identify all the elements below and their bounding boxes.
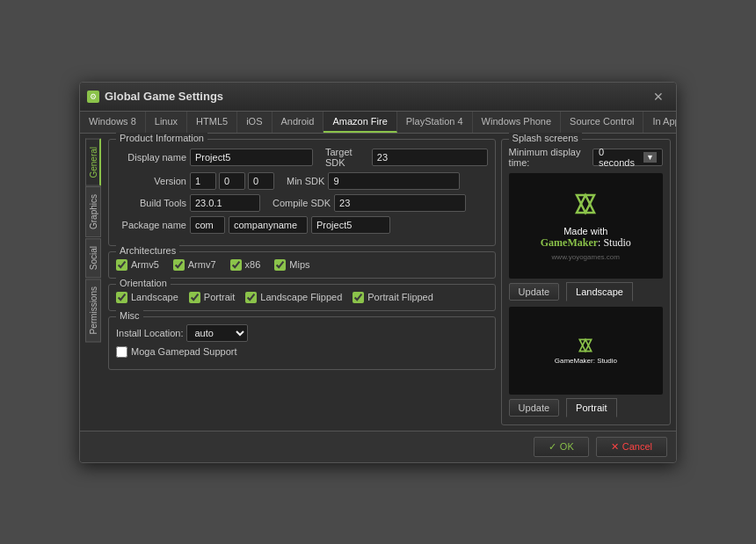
version-patch-input[interactable] <box>248 172 274 190</box>
tab-ios[interactable]: iOS <box>237 112 272 133</box>
package-part2-input[interactable] <box>229 216 308 234</box>
compile-sdk-input[interactable] <box>334 194 466 212</box>
arch-armv5[interactable]: Armv5 <box>116 259 159 271</box>
version-major-input[interactable] <box>190 172 216 190</box>
arch-armv7[interactable]: Armv7 <box>173 259 216 271</box>
install-location-row: Install Location: auto internal external <box>116 324 488 342</box>
cancel-label: Cancel <box>622 441 652 452</box>
orient-landscape-checkbox[interactable] <box>116 292 127 303</box>
landscape-update-button[interactable]: Update <box>509 283 559 301</box>
display-name-label: Display name <box>116 152 186 163</box>
version-row: Version Min SDK <box>116 172 488 190</box>
min-display-value: 0 seconds <box>599 147 640 168</box>
arch-armv5-checkbox[interactable] <box>116 259 127 271</box>
svg-marker-3 <box>580 339 592 351</box>
arch-x86-checkbox[interactable] <box>230 259 242 271</box>
tab-bar: Windows 8 Linux HTML5 iOS Android Amazon… <box>80 112 676 134</box>
arch-mips-checkbox[interactable] <box>274 259 286 271</box>
gm-logo: Made with GameMaker: Studio www.yoyogame… <box>541 191 631 261</box>
min-sdk-input[interactable] <box>328 172 460 190</box>
architectures-label: Architectures <box>116 245 179 256</box>
portrait-preview: GameMaker: Studio <box>509 307 663 395</box>
orient-portrait-checkbox[interactable] <box>189 292 200 303</box>
ok-label: OK <box>560 441 574 452</box>
display-name-row: Display name Target SDK <box>116 147 488 168</box>
tab-portrait[interactable]: Portrait <box>566 398 616 417</box>
tab-landscape[interactable]: Landscape <box>566 282 633 301</box>
gm-url: www.yoyogames.com <box>541 253 631 261</box>
moga-checkbox[interactable] <box>116 346 127 358</box>
tab-playstation[interactable]: PlayStation 4 <box>397 112 473 133</box>
orientation-group: Orientation Landscape Portrait Landscape… <box>108 284 496 311</box>
sidebar-tab-graphics[interactable]: Graphics <box>85 186 101 237</box>
arch-x86[interactable]: x86 <box>230 259 261 271</box>
ok-button[interactable]: ✓ OK <box>534 437 589 457</box>
footer: ✓ OK ✕ Cancel <box>80 431 676 462</box>
sidebar-tab-social[interactable]: Social <box>85 238 101 278</box>
min-display-label: Minimum display time: <box>509 147 587 168</box>
orient-portrait-flipped[interactable]: Portrait Flipped <box>353 292 433 303</box>
min-display-row: Minimum display time: 0 seconds ▼ <box>509 147 663 168</box>
build-tools-row: Build Tools Compile SDK <box>116 194 488 212</box>
orient-landscape-flipped[interactable]: Landscape Flipped <box>245 292 342 303</box>
sidebar-tab-general[interactable]: General <box>85 139 101 186</box>
display-name-input[interactable] <box>190 149 313 166</box>
gm-logo-small: GameMaker: Studio <box>555 337 617 365</box>
portrait-update-button[interactable]: Update <box>509 399 559 417</box>
tab-windows8[interactable]: Windows 8 <box>80 112 146 133</box>
target-sdk-input[interactable] <box>372 149 488 166</box>
tab-linux[interactable]: Linux <box>146 112 187 133</box>
moga-label: Moga Gamepad Support <box>131 346 236 357</box>
moga-checkbox-label[interactable]: Moga Gamepad Support <box>116 346 236 358</box>
version-inputs <box>190 172 274 190</box>
min-sdk-label: Min SDK <box>287 176 324 186</box>
package-name-label: Package name <box>116 220 186 230</box>
portrait-tab-row: Update Portrait <box>509 398 663 417</box>
orient-portrait-flipped-checkbox[interactable] <box>353 292 364 303</box>
install-location-select[interactable]: auto internal external <box>186 324 248 342</box>
sidebar-tab-permissions[interactable]: Permissions <box>85 279 101 342</box>
arch-armv7-checkbox[interactable] <box>173 259 185 271</box>
tab-sourcecontrol[interactable]: Source Control <box>561 112 643 133</box>
version-minor-input[interactable] <box>219 172 245 190</box>
landscape-preview: Made with GameMaker: Studio www.yoyogame… <box>509 173 663 279</box>
tab-amazon[interactable]: Amazon Fire <box>323 112 396 133</box>
dropdown-arrow-icon: ▼ <box>643 152 657 163</box>
cancel-button[interactable]: ✕ Cancel <box>596 437 667 457</box>
tab-windowsphone[interactable]: Windows Phone <box>473 112 562 133</box>
close-button[interactable]: ✕ <box>648 88 669 105</box>
gm-logo-icon <box>541 191 631 222</box>
svg-marker-2 <box>580 339 592 351</box>
svg-marker-1 <box>577 195 594 213</box>
package-name-row: Package name <box>116 216 488 234</box>
tab-android[interactable]: Android <box>273 112 324 133</box>
tab-html5[interactable]: HTML5 <box>187 112 237 133</box>
orientation-grid: Landscape Portrait Landscape Flipped Por… <box>116 292 488 303</box>
orient-landscape[interactable]: Landscape <box>116 292 178 303</box>
orient-landscape-flipped-checkbox[interactable] <box>245 292 257 303</box>
moga-row: Moga Gamepad Support <box>116 346 488 358</box>
gm-logo-small-text: GameMaker: Studio <box>555 357 617 365</box>
gm-logo-small-icon <box>555 337 617 357</box>
orient-portrait[interactable]: Portrait <box>189 292 235 303</box>
gm-made-with: Made with <box>541 226 631 236</box>
target-sdk-label: Target SDK <box>325 147 368 168</box>
min-display-dropdown[interactable]: 0 seconds ▼ <box>592 149 663 166</box>
package-part3-input[interactable] <box>311 216 390 234</box>
package-part1-input[interactable] <box>190 216 225 234</box>
splash-group: Splash screens Minimum display time: 0 s… <box>501 139 671 425</box>
splash-label: Splash screens <box>509 133 582 143</box>
build-tools-label: Build Tools <box>116 198 186 208</box>
main-window: ⚙ Global Game Settings ✕ Windows 8 Linux… <box>79 82 677 463</box>
ok-checkmark-icon: ✓ <box>549 441 556 453</box>
product-info-group: Product Information Display name Target … <box>108 139 496 246</box>
arch-mips[interactable]: Mips <box>274 259 309 271</box>
content-area: General Graphics Social Permissions Prod… <box>80 134 676 431</box>
version-label: Version <box>116 176 186 186</box>
cancel-x-icon: ✕ <box>611 441 619 453</box>
build-tools-input[interactable] <box>190 194 260 212</box>
tab-apppurchase[interactable]: In App Purchase <box>643 112 676 133</box>
window-title: Global Game Settings <box>105 90 223 103</box>
window-icon: ⚙ <box>87 91 99 103</box>
gm-brand: GameMaker: Studio <box>541 236 631 250</box>
